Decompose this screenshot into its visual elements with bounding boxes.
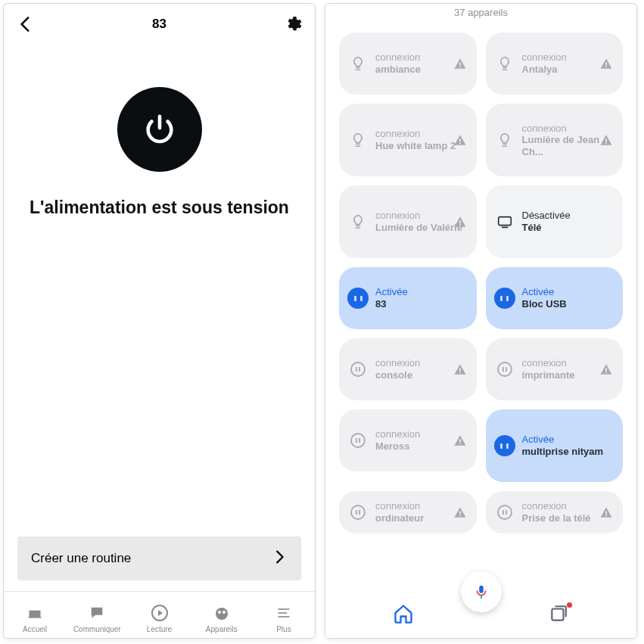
device-tile-text: connexionLumière de Valérie	[375, 210, 462, 233]
svg-rect-30	[605, 372, 607, 373]
warning-icon	[453, 433, 468, 448]
assistant-mic-button[interactable]	[461, 571, 502, 612]
power-status-label: L'alimentation est sous tension	[20, 198, 298, 218]
device-state-label: connexion	[522, 51, 567, 64]
device-state-label: connexion	[375, 428, 420, 440]
device-name-label: Bloc USB	[522, 298, 567, 310]
power-toggle[interactable]	[117, 87, 202, 172]
svg-rect-7	[278, 608, 289, 610]
device-count-label: 37 appareils	[325, 4, 636, 22]
svg-rect-32	[356, 438, 357, 443]
bulb-icon	[347, 52, 369, 75]
svg-rect-22	[356, 367, 357, 372]
outlet-icon	[347, 429, 369, 452]
bulb-icon	[347, 210, 369, 233]
bulb-icon	[347, 129, 369, 151]
svg-rect-38	[359, 510, 360, 515]
device-name-label: ambiance	[375, 64, 421, 76]
device-tile-text: connexionordinateur	[375, 500, 424, 524]
device-state-label: connexion	[522, 357, 575, 369]
warning-icon	[599, 132, 614, 148]
device-tile-text: connexionconsole	[375, 357, 420, 381]
svg-rect-40	[459, 515, 461, 516]
svg-rect-9	[278, 616, 289, 618]
device-title: 83	[152, 17, 166, 32]
svg-rect-29	[605, 369, 607, 372]
back-button[interactable]	[16, 14, 36, 34]
device-state-label: connexion	[375, 128, 456, 140]
tab-lecture[interactable]: Lecture	[128, 603, 190, 633]
device-name-label: ordinateur	[375, 512, 424, 524]
device-name-label: Prise de la télé	[522, 512, 591, 524]
device-grid: connexionambianceconnexionAntalyaconnexi…	[325, 22, 636, 534]
svg-rect-8	[278, 612, 287, 614]
outlet-on-icon	[493, 434, 516, 457]
device-state-label: Activée	[375, 286, 408, 298]
svg-rect-45	[605, 515, 607, 516]
device-state-label: Activée	[522, 434, 604, 446]
device-tile[interactable]: connexionimprimante	[486, 338, 624, 400]
device-tile[interactable]: connexionAntalya	[486, 33, 624, 95]
nav-feed[interactable]	[547, 602, 570, 625]
svg-rect-14	[459, 139, 461, 142]
svg-point-5	[218, 611, 221, 614]
device-tile[interactable]: connexionLumière de Valérie	[339, 185, 477, 258]
create-routine-label: Créer une routine	[31, 551, 131, 566]
svg-rect-34	[459, 440, 461, 443]
device-tile[interactable]: DésactivéeTélé	[486, 185, 624, 258]
device-tile[interactable]: ActivéeBloc USB	[486, 267, 624, 329]
device-tile-text: Activéemultiprise nityam	[522, 434, 604, 457]
svg-rect-35	[459, 443, 461, 444]
svg-point-4	[216, 608, 228, 620]
svg-rect-19	[459, 224, 461, 226]
device-name-label: Lumière de Valérie	[375, 222, 462, 234]
device-tile[interactable]: connexionLumière de Jean Ch...	[486, 104, 624, 176]
outlet-icon	[347, 358, 369, 381]
warning-icon	[453, 132, 468, 148]
device-tile[interactable]: Activée83	[339, 267, 477, 329]
svg-rect-44	[605, 512, 607, 515]
devices-icon	[212, 603, 232, 623]
alexa-main: L'alimentation est sous tension	[4, 45, 315, 537]
svg-rect-11	[459, 66, 461, 67]
menu-icon	[274, 603, 294, 623]
create-routine-button[interactable]: Créer une routine	[17, 537, 301, 580]
device-tile-text: DésactivéeTélé	[522, 210, 571, 233]
outlet-on-icon	[347, 287, 369, 310]
device-tile[interactable]: connexionambiance	[339, 33, 477, 95]
tab-plus[interactable]: Plus	[253, 603, 315, 633]
tab-appareils[interactable]: Appareils	[191, 603, 253, 633]
notification-dot-icon	[567, 602, 572, 608]
warning-icon	[453, 505, 468, 520]
tab-accueil[interactable]: Accueil	[4, 603, 66, 633]
svg-rect-42	[502, 510, 504, 515]
svg-rect-1	[29, 617, 42, 618]
svg-rect-12	[605, 63, 607, 66]
device-tile[interactable]: connexionconsole	[339, 338, 477, 400]
device-tile[interactable]: Activéemultiprise nityam	[486, 409, 624, 482]
outlet-icon	[347, 501, 369, 524]
warning-icon	[599, 56, 614, 71]
svg-rect-24	[459, 369, 461, 372]
device-state-label: connexion	[375, 357, 420, 369]
settings-button[interactable]	[283, 14, 303, 34]
device-tile[interactable]: connexionMeross	[339, 409, 477, 471]
warning-icon	[453, 362, 468, 377]
svg-point-21	[351, 362, 365, 376]
nav-home[interactable]	[392, 602, 415, 625]
warning-icon	[599, 505, 614, 520]
device-name-label: Meross	[375, 440, 420, 453]
svg-rect-23	[359, 367, 360, 372]
alexa-tabbar: Accueil Communiquer Lecture Appareils	[4, 591, 315, 638]
svg-rect-10	[459, 63, 461, 66]
svg-rect-16	[605, 139, 607, 142]
tab-label: Accueil	[23, 625, 47, 633]
device-tile[interactable]: connexionHue white lamp 2	[339, 104, 477, 176]
alexa-app: 83 L'alimentation est sous tension Créer…	[3, 3, 316, 639]
tab-communiquer[interactable]: Communiquer	[66, 603, 128, 633]
device-tile[interactable]: connexionordinateur	[339, 491, 477, 534]
svg-rect-18	[459, 221, 461, 224]
tab-label: Plus	[276, 625, 291, 633]
device-tile[interactable]: connexionPrise de la télé	[486, 491, 624, 534]
device-state-label: connexion	[375, 51, 421, 64]
